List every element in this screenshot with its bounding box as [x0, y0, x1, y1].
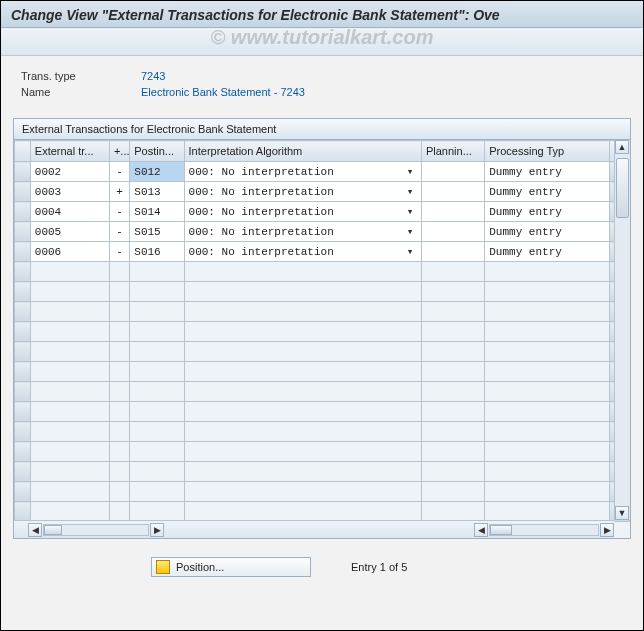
cell-proc[interactable]: Dummy entry: [485, 162, 609, 182]
col-post-header[interactable]: Postin...: [130, 141, 184, 162]
table-row-empty[interactable]: [15, 282, 630, 302]
cell-int[interactable]: 000: No interpretation▾: [184, 162, 421, 182]
chevron-down-icon[interactable]: ▾: [403, 165, 417, 179]
chevron-down-icon[interactable]: ▾: [403, 225, 417, 239]
cell-proc[interactable]: Dummy entry: [485, 202, 609, 222]
cell-proc[interactable]: Dummy entry: [485, 182, 609, 202]
row-selector[interactable]: [15, 282, 31, 302]
hscroll-left-button[interactable]: ◀: [28, 523, 42, 537]
table-row[interactable]: 0003+S013000: No interpretation▾Dummy en…: [15, 182, 630, 202]
table-row-empty[interactable]: [15, 262, 630, 282]
cell-post[interactable]: S013: [130, 182, 184, 202]
row-selector[interactable]: [15, 262, 31, 282]
cell-proc[interactable]: Dummy entry: [485, 222, 609, 242]
cell-post[interactable]: S015: [130, 222, 184, 242]
table-row[interactable]: 0005-S015000: No interpretation▾Dummy en…: [15, 222, 630, 242]
row-selector[interactable]: [15, 202, 31, 222]
table-row[interactable]: 0002-S012000: No interpretation▾Dummy en…: [15, 162, 630, 182]
scroll-down-button[interactable]: ▼: [615, 506, 629, 520]
row-selector[interactable]: [15, 502, 31, 522]
cell-plan[interactable]: [421, 202, 484, 222]
col-plan-header[interactable]: Plannin...: [421, 141, 484, 162]
cell-plan[interactable]: [421, 162, 484, 182]
chevron-down-icon[interactable]: ▾: [403, 205, 417, 219]
data-grid[interactable]: External tr... +... Postin... Interpreta…: [14, 140, 630, 522]
cell-plan[interactable]: [421, 242, 484, 262]
hscroll-thumb-right[interactable]: [490, 525, 512, 535]
page-title: Change View "External Transactions for E…: [11, 7, 500, 23]
row-selector[interactable]: [15, 222, 31, 242]
table-row-empty[interactable]: [15, 502, 630, 522]
grid-scroll-area: External tr... +... Postin... Interpreta…: [14, 140, 630, 538]
row-selector[interactable]: [15, 242, 31, 262]
chevron-down-icon[interactable]: ▾: [403, 185, 417, 199]
row-selector[interactable]: [15, 442, 31, 462]
chevron-down-icon[interactable]: ▾: [403, 245, 417, 259]
vertical-scrollbar[interactable]: ▲ ▼: [614, 140, 630, 520]
cell-post[interactable]: S012: [130, 162, 184, 182]
grid-panel: External Transactions for Electronic Ban…: [13, 118, 631, 539]
cell-pm[interactable]: -: [109, 202, 129, 222]
col-proc-header[interactable]: Processing Typ: [485, 141, 609, 162]
cell-int[interactable]: 000: No interpretation▾: [184, 202, 421, 222]
row-selector[interactable]: [15, 182, 31, 202]
row-selector[interactable]: [15, 462, 31, 482]
hscroll2-left-button[interactable]: ◀: [474, 523, 488, 537]
position-button[interactable]: Position...: [151, 557, 311, 577]
table-row-empty[interactable]: [15, 342, 630, 362]
cell-plan[interactable]: [421, 182, 484, 202]
cell-ext[interactable]: 0005: [30, 222, 109, 242]
hscroll-right-button[interactable]: ▶: [150, 523, 164, 537]
cell-post[interactable]: S014: [130, 202, 184, 222]
row-selector[interactable]: [15, 402, 31, 422]
trans-type-value: 7243: [141, 70, 165, 82]
row-selector[interactable]: [15, 362, 31, 382]
table-row-empty[interactable]: [15, 402, 630, 422]
row-selector[interactable]: [15, 482, 31, 502]
cell-plan[interactable]: [421, 222, 484, 242]
cell-pm[interactable]: -: [109, 162, 129, 182]
cell-pm[interactable]: -: [109, 222, 129, 242]
cell-ext[interactable]: 0003: [30, 182, 109, 202]
table-row-empty[interactable]: [15, 362, 630, 382]
row-selector[interactable]: [15, 302, 31, 322]
table-row-empty[interactable]: [15, 422, 630, 442]
toolbar-strip: [1, 28, 643, 56]
hscroll2-right-button[interactable]: ▶: [600, 523, 614, 537]
table-row-empty[interactable]: [15, 382, 630, 402]
col-int-header[interactable]: Interpretation Algorithm: [184, 141, 421, 162]
table-row-empty[interactable]: [15, 462, 630, 482]
row-selector[interactable]: [15, 342, 31, 362]
info-block: Trans. type 7243 Name Electronic Bank St…: [1, 56, 643, 112]
table-row-empty[interactable]: [15, 322, 630, 342]
position-icon: [156, 560, 170, 574]
cell-ext[interactable]: 0004: [30, 202, 109, 222]
cell-proc[interactable]: Dummy entry: [485, 242, 609, 262]
cell-post[interactable]: S016: [130, 242, 184, 262]
grid-title: External Transactions for Electronic Ban…: [14, 119, 630, 140]
col-select-header[interactable]: [15, 141, 31, 162]
row-selector[interactable]: [15, 322, 31, 342]
table-row-empty[interactable]: [15, 442, 630, 462]
cell-ext[interactable]: 0002: [30, 162, 109, 182]
table-row[interactable]: 0004-S014000: No interpretation▾Dummy en…: [15, 202, 630, 222]
cell-int[interactable]: 000: No interpretation▾: [184, 182, 421, 202]
col-pm-header[interactable]: +...: [109, 141, 129, 162]
row-selector[interactable]: [15, 162, 31, 182]
col-ext-header[interactable]: External tr...: [30, 141, 109, 162]
cell-int[interactable]: 000: No interpretation▾: [184, 222, 421, 242]
table-row-empty[interactable]: [15, 482, 630, 502]
cell-pm[interactable]: +: [109, 182, 129, 202]
scroll-up-button[interactable]: ▲: [615, 140, 629, 154]
name-label: Name: [21, 86, 141, 98]
cell-ext[interactable]: 0006: [30, 242, 109, 262]
cell-int[interactable]: 000: No interpretation▾: [184, 242, 421, 262]
row-selector[interactable]: [15, 422, 31, 442]
table-row[interactable]: 0006-S016000: No interpretation▾Dummy en…: [15, 242, 630, 262]
name-value: Electronic Bank Statement - 7243: [141, 86, 305, 98]
hscroll-thumb-left[interactable]: [44, 525, 62, 535]
row-selector[interactable]: [15, 382, 31, 402]
table-row-empty[interactable]: [15, 302, 630, 322]
cell-pm[interactable]: -: [109, 242, 129, 262]
vscroll-thumb[interactable]: [616, 158, 629, 218]
